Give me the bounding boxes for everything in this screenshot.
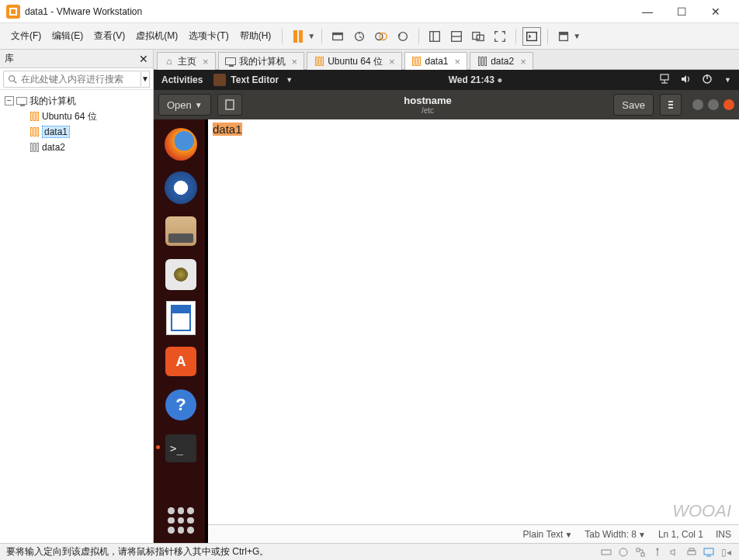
- svg-rect-10: [473, 32, 480, 39]
- tab-width-selector[interactable]: Tab Width: 8▼: [585, 529, 646, 540]
- tab-ubuntu[interactable]: Ubuntu 64 位 ×: [307, 52, 401, 70]
- snapshot-button[interactable]: [350, 27, 369, 46]
- tab-data1[interactable]: data1 ×: [404, 52, 468, 70]
- thunderbird-icon[interactable]: [162, 169, 199, 206]
- view-single-button[interactable]: [425, 27, 444, 46]
- settings-button[interactable]: [554, 27, 573, 46]
- tab-close-button[interactable]: ×: [292, 56, 298, 67]
- gedit-document-title: hostname: [248, 95, 608, 106]
- vm-area: ⌂ 主页 × 我的计算机 × Ubuntu 64 位 × data1 ×: [154, 50, 739, 543]
- tab-mycomputer[interactable]: 我的计算机 ×: [218, 52, 305, 70]
- svg-point-15: [9, 75, 15, 81]
- menu-view[interactable]: 查看(V): [89, 26, 130, 46]
- svg-point-24: [619, 548, 627, 556]
- window-close-button[interactable]: ✕: [699, 0, 733, 23]
- svg-rect-22: [226, 100, 234, 109]
- firefox-icon[interactable]: [162, 126, 199, 163]
- svg-rect-14: [560, 32, 568, 35]
- gedit-text-area[interactable]: data1: [208, 119, 739, 524]
- statusbar-menu[interactable]: ▯◂: [719, 545, 733, 559]
- device-hdd-icon[interactable]: [599, 545, 613, 559]
- menu-file[interactable]: 文件(F): [6, 26, 46, 46]
- svg-rect-31: [704, 548, 713, 555]
- device-sound-icon[interactable]: [668, 545, 682, 559]
- window-title: data1 - VMware Workstation: [25, 6, 142, 17]
- snapshot-manager-button[interactable]: [372, 27, 390, 46]
- view-fullscreen-button[interactable]: [491, 27, 509, 46]
- tree-item-ubuntu[interactable]: Ubuntu 64 位: [2, 109, 151, 124]
- menu-edit[interactable]: 编辑(E): [47, 26, 88, 46]
- vmware-statusbar: 要将输入定向到该虚拟机，请将鼠标指针移入其中或按 Ctrl+G。 ▯◂: [0, 543, 739, 560]
- rhythmbox-icon[interactable]: [162, 256, 199, 293]
- menu-help[interactable]: 帮助(H): [235, 26, 276, 46]
- tree-item-data2[interactable]: data2: [2, 140, 151, 155]
- tab-close-button[interactable]: ×: [455, 56, 461, 67]
- view-thumbnail-button[interactable]: [447, 27, 466, 46]
- menubar: 文件(F) 编辑(E) 查看(V) 虚拟机(M) 选项卡(T) 帮助(H) ▼ …: [0, 23, 739, 50]
- monitor-icon: [225, 56, 236, 67]
- gedit-maximize-button[interactable]: [708, 99, 719, 110]
- console-view-button[interactable]: [522, 27, 541, 46]
- library-search-input[interactable]: [21, 74, 137, 85]
- send-ctrl-alt-del-button[interactable]: [328, 27, 347, 46]
- tab-close-button[interactable]: ×: [203, 56, 209, 67]
- terminal-icon[interactable]: >_: [162, 430, 199, 467]
- device-printer-icon[interactable]: [685, 545, 699, 559]
- ubuntu-software-icon[interactable]: A: [162, 343, 199, 380]
- gnome-top-panel: Activities Text Editor ▼ Wed 21:43 ●: [154, 70, 739, 90]
- device-display-icon[interactable]: [702, 545, 716, 559]
- tree-root[interactable]: − 我的计算机: [2, 93, 151, 109]
- help-icon[interactable]: ?: [162, 386, 199, 423]
- svg-point-28: [657, 548, 659, 550]
- svg-rect-23: [602, 550, 611, 555]
- search-icon: [7, 74, 18, 85]
- expand-icon[interactable]: −: [5, 96, 14, 105]
- volume-icon[interactable]: [680, 74, 692, 87]
- insert-mode: INS: [716, 529, 731, 540]
- gnome-clock[interactable]: Wed 21:43: [449, 74, 494, 85]
- text-editor-icon: [213, 74, 226, 86]
- power-icon[interactable]: [702, 74, 713, 87]
- library-tree: − 我的计算机 Ubuntu 64 位 data1 data2: [0, 90, 153, 543]
- libreoffice-writer-icon[interactable]: [162, 299, 199, 337]
- library-search-dropdown[interactable]: ▼: [141, 71, 150, 88]
- power-dropdown[interactable]: ▼: [307, 32, 315, 40]
- svg-rect-25: [637, 548, 640, 551]
- window-minimize-button[interactable]: —: [630, 0, 664, 23]
- svg-rect-12: [527, 32, 537, 40]
- revert-snapshot-button[interactable]: [394, 27, 412, 46]
- gedit-minimize-button[interactable]: [692, 99, 703, 110]
- syntax-selector[interactable]: Plain Text▼: [523, 529, 573, 540]
- svg-point-4: [380, 33, 387, 40]
- show-applications-button[interactable]: [168, 507, 194, 534]
- device-cd-icon[interactable]: [616, 545, 630, 559]
- gedit-hamburger-button[interactable]: [660, 94, 682, 116]
- tab-home[interactable]: ⌂ 主页 ×: [157, 52, 216, 70]
- gedit-close-button[interactable]: [723, 99, 734, 110]
- view-unity-button[interactable]: [469, 27, 487, 46]
- settings-dropdown[interactable]: ▼: [573, 32, 581, 40]
- library-close-button[interactable]: ✕: [139, 53, 148, 65]
- files-icon[interactable]: [162, 213, 199, 250]
- network-icon[interactable]: [658, 74, 671, 87]
- svg-rect-17: [661, 74, 668, 80]
- device-network-icon[interactable]: [633, 545, 647, 559]
- menu-vm[interactable]: 虚拟机(M): [131, 26, 182, 46]
- tab-close-button[interactable]: ×: [389, 56, 395, 67]
- tab-data2[interactable]: data2 ×: [470, 52, 533, 70]
- tab-close-button[interactable]: ×: [520, 56, 526, 67]
- pause-button[interactable]: [289, 27, 307, 46]
- gedit-statusbar: Plain Text▼ Tab Width: 8▼ Ln 1, Col 1 IN…: [208, 524, 739, 543]
- window-titlebar: data1 - VMware Workstation — ☐ ✕: [0, 0, 739, 23]
- gnome-app-menu[interactable]: Text Editor: [231, 74, 279, 85]
- gedit-save-button[interactable]: Save: [613, 94, 654, 116]
- gedit-headerbar: Open▼ hostname /etc Save: [154, 90, 739, 119]
- menu-tabs[interactable]: 选项卡(T): [184, 26, 233, 46]
- gedit-new-button[interactable]: [217, 94, 242, 116]
- chevron-down-icon: ▼: [286, 76, 293, 84]
- device-usb-icon[interactable]: [651, 545, 664, 559]
- tree-item-data1[interactable]: data1: [2, 124, 151, 140]
- gnome-activities[interactable]: Activities: [161, 74, 203, 85]
- window-maximize-button[interactable]: ☐: [664, 0, 699, 23]
- gedit-open-button[interactable]: Open▼: [158, 94, 211, 116]
